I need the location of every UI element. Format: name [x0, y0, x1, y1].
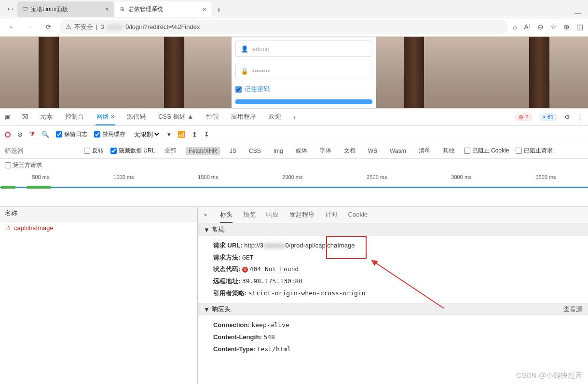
tab-sources[interactable]: 源代码 [126, 109, 147, 125]
filter-js[interactable]: JS [227, 147, 239, 155]
filter-toggle-icon[interactable]: ⧩ [29, 131, 35, 138]
filter-all[interactable]: 全部 [162, 146, 179, 156]
detail-tab-preview[interactable]: 预览 [243, 207, 256, 223]
close-icon[interactable]: × [105, 5, 109, 13]
login-button[interactable] [235, 99, 372, 104]
url-input[interactable]: ⚠ 不安全 | 3 xxxxx 0/login?redirect=%2Finde… [60, 20, 508, 34]
filter-wasm[interactable]: Wasm [387, 147, 409, 155]
favorite-icon[interactable]: ☆ [550, 23, 557, 31]
tick: 3500 ms [535, 174, 556, 180]
network-toolbar: ⊘ ⧩ 🔍 保留日志 禁用缓存 无限制 ▾ 📶 ↥ ↧ [0, 126, 588, 143]
tab-application[interactable]: 应用程序 [230, 109, 257, 125]
timeline-line [0, 187, 588, 188]
filter-img[interactable]: Img [271, 147, 286, 155]
filter-manifest[interactable]: 清单 [416, 146, 433, 156]
settings-icon[interactable]: ⚙ [564, 113, 570, 121]
tab-network[interactable]: 网络 × [96, 109, 115, 125]
filter-font[interactable]: 字体 [317, 146, 334, 156]
devtools-panel: ▣ ⌧ 元素 控制台 网络 × 源代码 CSS 概述 ▲ 性能 应用程序 欢迎 … [0, 108, 588, 384]
add-tab-button[interactable]: + [293, 113, 297, 121]
tab-title: 宝塔Linux面板 [31, 5, 68, 14]
detail-tab-initiator[interactable]: 发起程序 [289, 207, 315, 223]
view-source-link[interactable]: 查看源 [563, 305, 582, 314]
address-bar: ← → ⟳ ⚠ 不安全 | 3 xxxxx 0/login?redirect=%… [0, 17, 588, 37]
lock-icon: 🔒 [241, 68, 248, 75]
inspect-icon[interactable]: ▣ [5, 113, 11, 121]
tick: 2000 ms [282, 174, 302, 180]
request-row-captchaimage[interactable]: 🗋 captchaImage [0, 221, 197, 234]
upload-icon[interactable]: ↥ [192, 131, 197, 138]
preserve-log-checkbox[interactable]: 保留日志 [56, 130, 87, 138]
browser-tab-strip: ▭ 🛡 宝塔Linux面板 × 🗎 若依管理系统 × + — [0, 0, 588, 17]
throttle-select[interactable]: 无限制 [132, 130, 161, 138]
blocked-cookie-checkbox[interactable]: 已阻止 Cookie [464, 147, 509, 155]
column-header-name[interactable]: 名称 [0, 207, 197, 221]
new-tab-button[interactable]: + [212, 3, 226, 17]
timeline-segment [1, 186, 15, 189]
record-button[interactable] [5, 132, 11, 137]
detail-tab-timing[interactable]: 计时 [325, 207, 338, 223]
annotation-arrow [367, 255, 453, 313]
tab-elements[interactable]: 元素 [39, 109, 54, 125]
tab-css-overview[interactable]: CSS 概述 ▲ [157, 109, 194, 125]
network-timeline[interactable]: 500 ms 1000 ms 1500 ms 2000 ms 2500 ms 3… [0, 172, 588, 207]
blocked-request-checkbox[interactable]: 已阻止请求 [516, 147, 553, 155]
page-icon: 🗎 [120, 6, 125, 13]
watermark-text: CSDN @小魏快起床 [516, 371, 582, 380]
network-filter-bar: 反转 隐藏数据 URL 全部 Fetch/XHR JS CSS Img 媒体 字… [0, 143, 588, 159]
bg-decoration [39, 37, 59, 108]
username-field[interactable]: 👤 admin [235, 41, 372, 57]
filter-media[interactable]: 媒体 [293, 146, 310, 156]
tab-welcome[interactable]: 欢迎 [268, 109, 282, 125]
clear-button[interactable]: ⊘ [17, 131, 23, 138]
read-aloud-icon[interactable]: A⁾ [524, 23, 531, 31]
filter-ws[interactable]: WS [365, 147, 380, 155]
filter-fetch-xhr[interactable]: Fetch/XHR [186, 147, 220, 155]
detail-tab-response[interactable]: 响应 [266, 207, 279, 223]
wifi-icon[interactable]: 📶 [178, 131, 185, 138]
password-value: •••••••• [252, 68, 270, 75]
error-count-badge[interactable]: 2 [515, 113, 533, 121]
hide-data-url-checkbox[interactable]: 隐藏数据 URL [110, 147, 155, 155]
chevron-down-icon[interactable]: ▾ [167, 131, 171, 138]
app-icon[interactable]: ◫ [576, 23, 583, 31]
third-party-row: 第三方请求 [0, 159, 588, 172]
download-icon[interactable]: ↧ [204, 131, 209, 138]
tick: 500 ms [32, 174, 49, 180]
bg-decoration [529, 37, 549, 108]
header-content-type: Content-Type: text/html [213, 343, 580, 356]
remember-input[interactable] [235, 86, 242, 93]
tab-console[interactable]: 控制台 [64, 109, 85, 125]
third-party-checkbox[interactable]: 第三方请求 [5, 161, 42, 169]
filter-doc[interactable]: 文档 [341, 146, 358, 156]
collections-icon[interactable]: ⊕ [563, 23, 570, 31]
password-field[interactable]: 🔒 •••••••• [235, 63, 372, 79]
more-icon[interactable]: ⋮ [577, 113, 583, 121]
header-connection: Connection: keep-alive [213, 319, 580, 331]
close-detail-button[interactable]: × [204, 211, 207, 219]
tab-title: 若依管理系统 [128, 5, 163, 14]
invert-checkbox[interactable]: 反转 [84, 147, 104, 155]
browser-tab-0[interactable]: 🛡 宝塔Linux面板 × [17, 1, 114, 17]
close-icon[interactable]: × [203, 5, 206, 13]
search-icon[interactable]: 🔍 [41, 131, 49, 138]
tab-performance[interactable]: 性能 [205, 109, 219, 125]
remember-checkbox[interactable]: 记住密码 [235, 85, 372, 94]
minimize-icon[interactable]: — [574, 9, 581, 17]
detail-tab-cookies[interactable]: Cookie [348, 207, 368, 223]
refresh-button[interactable]: ⟳ [41, 20, 55, 34]
section-general-header[interactable]: ▼ 常规 [198, 223, 588, 236]
key-icon[interactable]: ⌕ [513, 23, 517, 31]
close-icon[interactable]: × [111, 113, 115, 120]
tab-list-icon[interactable]: ▭ [8, 5, 14, 12]
back-button[interactable]: ← [5, 20, 18, 34]
info-count-badge[interactable]: 61 [539, 113, 558, 121]
filter-other[interactable]: 其他 [440, 146, 457, 156]
filter-css[interactable]: CSS [246, 147, 264, 155]
disable-cache-checkbox[interactable]: 禁用缓存 [94, 130, 125, 138]
device-toggle-icon[interactable]: ⌧ [21, 113, 28, 121]
browser-tab-1[interactable]: 🗎 若依管理系统 × [115, 1, 211, 17]
detail-tab-headers[interactable]: 标头 [220, 207, 232, 223]
zoom-icon[interactable]: ⊖ [537, 23, 544, 31]
filter-input[interactable] [5, 147, 77, 154]
